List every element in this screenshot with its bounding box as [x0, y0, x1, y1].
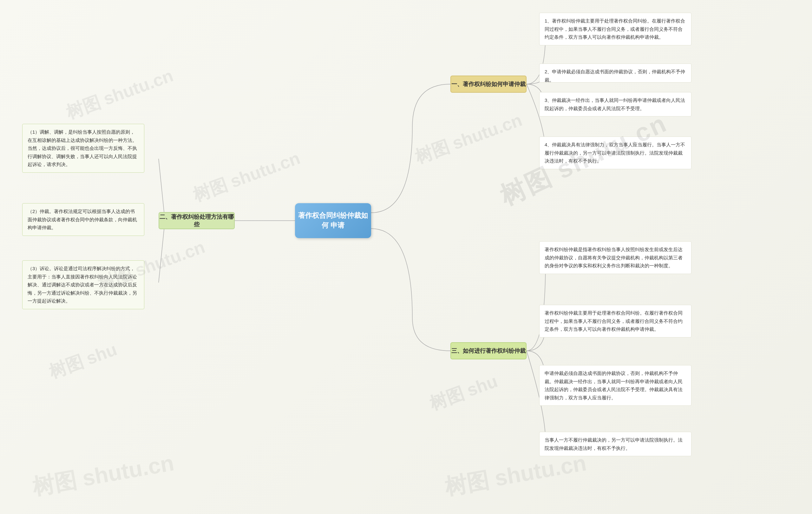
- right-top-leaf-1-text: 1、著作权纠纷仲裁主要用于处理著作权合同纠纷。在履行著作权合同过程中，如果当事人…: [545, 18, 685, 40]
- right-bottom-leaf-2-text: 著作权纠纷仲裁主要用于处理著作权合同纠纷。在履行著作权合同过程中，如果当事人不履…: [545, 310, 683, 332]
- watermark-1: 树图 shutu.cn: [63, 64, 176, 125]
- right-bottom-leaf-1: 著作权纠纷仲裁是指著作权纠纷当事人按照纠纷发生前或发生后达成的仲裁协议，自愿将有…: [539, 241, 692, 274]
- right-top-leaf-3: 3、仲裁裁决一经作出，当事人就同一纠纷再申请仲裁或者向人民法院起诉的，仲裁委员会…: [539, 92, 692, 116]
- right-top-branch-node: 一、著作权纠纷如何申请仲裁: [451, 76, 526, 93]
- right-bottom-leaf-4: 当事人一方不履行仲裁裁决的，另一方可以申请法院强制执行。法院发现仲裁裁决违法时，…: [539, 432, 692, 456]
- right-bottom-branch-node: 三、如何进行著作权纠纷仲裁: [451, 342, 526, 359]
- right-top-leaf-4-text: 4、仲裁裁决具有法律强制力，双方当事人应当履行。当事人一方不履行仲裁裁决的，另一…: [545, 142, 685, 163]
- right-top-leaf-2: 2、申请仲裁必须自愿达成书面的仲裁协议，否则，仲裁机构不予仲裁。: [539, 63, 692, 83]
- right-bottom-branch-label: 三、如何进行著作权纠纷仲裁: [452, 347, 526, 355]
- watermark-4: 树图 shu: [46, 338, 120, 384]
- right-bottom-leaf-3-text: 申请仲裁必须自愿达成书面的仲裁协议，否则，仲裁机构不予仲裁。仲裁裁决一经作出，当…: [545, 371, 683, 400]
- left-branch-node: 二、著作权纠纷处理方法有哪些: [158, 212, 235, 229]
- left-leaf-1: （1）调解、调解，是纠纷当事人按照自愿的原则，在互相谅解的基础上达成协议解决纠纷…: [22, 124, 144, 173]
- mindmap-container: 著作权合同纠纷仲裁如何 申请 二、著作权纠纷处理方法有哪些 （1）调解、调解，是…: [0, 0, 812, 514]
- left-leaf-1-text: （1）调解、调解，是纠纷当事人按照自愿的原则，在互相谅解的基础上达成协议解决纠纷…: [28, 129, 137, 167]
- right-top-leaf-1: 1、著作权纠纷仲裁主要用于处理著作权合同纠纷。在履行著作权合同过程中，如果当事人…: [539, 13, 692, 46]
- right-bottom-leaf-2: 著作权纠纷仲裁主要用于处理著作权合同纠纷。在履行著作权合同过程中，如果当事人不履…: [539, 305, 692, 337]
- left-leaf-3-text: （3）诉讼。诉讼是通过司法程序解决纠纷的方式，主要用于：当事人直接因著作权纠纷向…: [28, 266, 137, 303]
- central-label: 著作权合同纠纷仲裁如何 申请: [295, 211, 371, 231]
- watermark-6: 树图 shu: [426, 370, 501, 416]
- left-leaf-2: （2）仲裁。著作权法规定可以根据当事人达成的书面仲裁协议或者著作权合同中的仲裁条…: [22, 203, 144, 236]
- right-bottom-leaf-4-text: 当事人一方不履行仲裁裁决的，另一方可以申请法院强制执行。法院发现仲裁裁决违法时，…: [545, 437, 683, 451]
- right-top-leaf-3-text: 3、仲裁裁决一经作出，当事人就同一纠纷再申请仲裁或者向人民法院起诉的，仲裁委员会…: [545, 98, 685, 111]
- central-node: 著作权合同纠纷仲裁如何 申请: [295, 203, 371, 238]
- watermark-2: 树图 shutu.cn: [190, 147, 303, 207]
- watermark-bottom-right: 树图 shutu.cn: [442, 448, 589, 503]
- left-leaf-3: （3）诉讼。诉讼是通过司法程序解决纠纷的方式，主要用于：当事人直接因著作权纠纷向…: [22, 260, 144, 309]
- right-top-leaf-4: 4、仲裁裁决具有法律强制力，双方当事人应当履行。当事人一方不履行仲裁裁决的，另一…: [539, 137, 692, 169]
- watermark-bottom-left: 树图 shutu.cn: [30, 448, 176, 503]
- watermark-5: 树图 shutu.cn: [412, 109, 525, 169]
- right-top-leaf-2-text: 2、申请仲裁必须自愿达成书面的仲裁协议，否则，仲裁机构不予仲裁。: [545, 69, 685, 83]
- right-top-branch-label: 一、著作权纠纷如何申请仲裁: [452, 80, 526, 88]
- left-branch-label: 二、著作权纠纷处理方法有哪些: [159, 213, 234, 228]
- right-bottom-leaf-3: 申请仲裁必须自愿达成书面的仲裁协议，否则，仲裁机构不予仲裁。仲裁裁决一经作出，当…: [539, 365, 692, 406]
- left-leaf-2-text: （2）仲裁。著作权法规定可以根据当事人达成的书面仲裁协议或者著作权合同中的仲裁条…: [28, 209, 137, 230]
- right-bottom-leaf-1-text: 著作权纠纷仲裁是指著作权纠纷当事人按照纠纷发生前或发生后达成的仲裁协议，自愿将有…: [545, 247, 683, 268]
